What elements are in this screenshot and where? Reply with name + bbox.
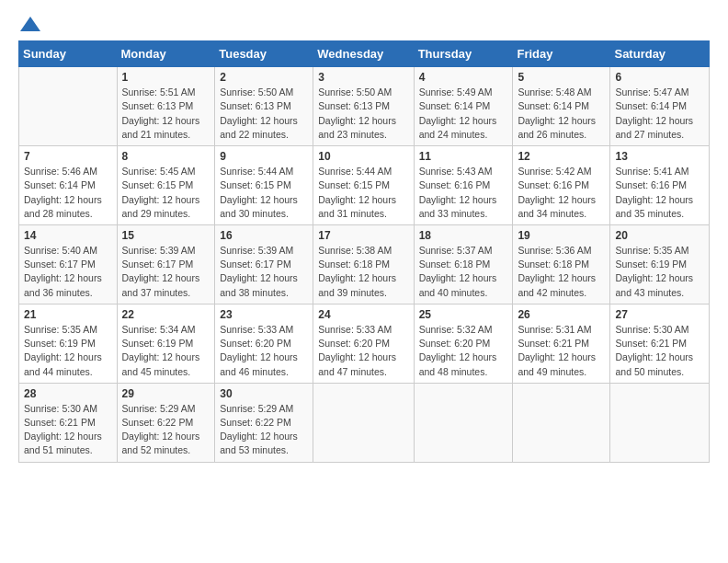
calendar-week-row: 14Sunrise: 5:40 AMSunset: 6:17 PMDayligh… bbox=[19, 225, 710, 304]
calendar-cell: 7Sunrise: 5:46 AMSunset: 6:14 PMDaylight… bbox=[19, 146, 118, 225]
day-info: Sunrise: 5:33 AMSunset: 6:20 PMDaylight:… bbox=[318, 323, 408, 379]
day-number: 27 bbox=[615, 308, 704, 321]
calendar-cell bbox=[610, 383, 710, 462]
day-number: 29 bbox=[122, 387, 210, 400]
calendar-cell: 29Sunrise: 5:29 AMSunset: 6:22 PMDayligh… bbox=[117, 383, 215, 462]
logo-icon bbox=[20, 15, 40, 33]
calendar-cell: 28Sunrise: 5:30 AMSunset: 6:21 PMDayligh… bbox=[19, 383, 118, 462]
calendar-table: SundayMondayTuesdayWednesdayThursdayFrid… bbox=[18, 40, 710, 462]
calendar-body: 1Sunrise: 5:51 AMSunset: 6:13 PMDaylight… bbox=[19, 67, 710, 462]
day-info: Sunrise: 5:44 AMSunset: 6:15 PMDaylight:… bbox=[318, 165, 408, 221]
day-number: 19 bbox=[518, 229, 605, 242]
day-number: 18 bbox=[419, 229, 508, 242]
calendar-cell: 19Sunrise: 5:36 AMSunset: 6:18 PMDayligh… bbox=[513, 225, 610, 304]
calendar-cell: 17Sunrise: 5:38 AMSunset: 6:18 PMDayligh… bbox=[313, 225, 414, 304]
calendar-header-row: SundayMondayTuesdayWednesdayThursdayFrid… bbox=[19, 41, 710, 67]
calendar-header-cell: Wednesday bbox=[313, 41, 414, 67]
day-info: Sunrise: 5:30 AMSunset: 6:21 PMDaylight:… bbox=[24, 402, 112, 458]
day-info: Sunrise: 5:43 AMSunset: 6:16 PMDaylight:… bbox=[419, 165, 508, 221]
day-number: 11 bbox=[419, 150, 508, 163]
day-info: Sunrise: 5:34 AMSunset: 6:19 PMDaylight:… bbox=[122, 323, 210, 379]
day-number: 16 bbox=[220, 229, 308, 242]
day-number: 14 bbox=[24, 229, 112, 242]
calendar-cell: 3Sunrise: 5:50 AMSunset: 6:13 PMDaylight… bbox=[313, 67, 414, 146]
day-info: Sunrise: 5:46 AMSunset: 6:14 PMDaylight:… bbox=[24, 165, 112, 221]
day-number: 30 bbox=[220, 387, 308, 400]
calendar-cell bbox=[414, 383, 513, 462]
calendar-cell: 2Sunrise: 5:50 AMSunset: 6:13 PMDaylight… bbox=[215, 67, 313, 146]
day-info: Sunrise: 5:39 AMSunset: 6:17 PMDaylight:… bbox=[220, 244, 308, 300]
day-info: Sunrise: 5:30 AMSunset: 6:21 PMDaylight:… bbox=[615, 323, 704, 379]
day-number: 17 bbox=[318, 229, 408, 242]
calendar-cell bbox=[513, 383, 610, 462]
calendar-header-cell: Saturday bbox=[610, 41, 710, 67]
day-info: Sunrise: 5:48 AMSunset: 6:14 PMDaylight:… bbox=[518, 86, 605, 142]
calendar-cell: 15Sunrise: 5:39 AMSunset: 6:17 PMDayligh… bbox=[117, 225, 215, 304]
day-info: Sunrise: 5:31 AMSunset: 6:21 PMDaylight:… bbox=[518, 323, 605, 379]
calendar-cell bbox=[19, 67, 118, 146]
day-number: 28 bbox=[24, 387, 112, 400]
calendar-cell: 1Sunrise: 5:51 AMSunset: 6:13 PMDaylight… bbox=[117, 67, 215, 146]
day-number: 12 bbox=[518, 150, 605, 163]
calendar-cell: 9Sunrise: 5:44 AMSunset: 6:15 PMDaylight… bbox=[215, 146, 313, 225]
calendar-header-cell: Monday bbox=[117, 41, 215, 67]
calendar-header-cell: Tuesday bbox=[215, 41, 313, 67]
day-number: 10 bbox=[318, 150, 408, 163]
day-number: 9 bbox=[220, 150, 308, 163]
calendar-cell: 23Sunrise: 5:33 AMSunset: 6:20 PMDayligh… bbox=[215, 304, 313, 383]
day-number: 3 bbox=[318, 71, 408, 84]
calendar-cell: 4Sunrise: 5:49 AMSunset: 6:14 PMDaylight… bbox=[414, 67, 513, 146]
day-info: Sunrise: 5:38 AMSunset: 6:18 PMDaylight:… bbox=[318, 244, 408, 300]
day-info: Sunrise: 5:35 AMSunset: 6:19 PMDaylight:… bbox=[24, 323, 112, 379]
calendar-cell: 24Sunrise: 5:33 AMSunset: 6:20 PMDayligh… bbox=[313, 304, 414, 383]
day-info: Sunrise: 5:50 AMSunset: 6:13 PMDaylight:… bbox=[220, 86, 308, 142]
logo bbox=[18, 15, 40, 33]
calendar-cell: 21Sunrise: 5:35 AMSunset: 6:19 PMDayligh… bbox=[19, 304, 118, 383]
calendar-header-cell: Friday bbox=[513, 41, 610, 67]
day-info: Sunrise: 5:41 AMSunset: 6:16 PMDaylight:… bbox=[615, 165, 704, 221]
calendar-week-row: 7Sunrise: 5:46 AMSunset: 6:14 PMDaylight… bbox=[19, 146, 710, 225]
svg-marker-0 bbox=[20, 17, 40, 31]
day-number: 23 bbox=[220, 308, 308, 321]
calendar-cell: 26Sunrise: 5:31 AMSunset: 6:21 PMDayligh… bbox=[513, 304, 610, 383]
calendar-cell: 25Sunrise: 5:32 AMSunset: 6:20 PMDayligh… bbox=[414, 304, 513, 383]
calendar-cell: 12Sunrise: 5:42 AMSunset: 6:16 PMDayligh… bbox=[513, 146, 610, 225]
day-info: Sunrise: 5:42 AMSunset: 6:16 PMDaylight:… bbox=[518, 165, 605, 221]
calendar-header-cell: Sunday bbox=[19, 41, 118, 67]
day-number: 13 bbox=[615, 150, 704, 163]
calendar-header-cell: Thursday bbox=[414, 41, 513, 67]
calendar-cell: 18Sunrise: 5:37 AMSunset: 6:18 PMDayligh… bbox=[414, 225, 513, 304]
calendar-cell: 6Sunrise: 5:47 AMSunset: 6:14 PMDaylight… bbox=[610, 67, 710, 146]
day-number: 5 bbox=[518, 71, 605, 84]
calendar-cell bbox=[313, 383, 414, 462]
day-info: Sunrise: 5:29 AMSunset: 6:22 PMDaylight:… bbox=[122, 402, 210, 458]
calendar-cell: 30Sunrise: 5:29 AMSunset: 6:22 PMDayligh… bbox=[215, 383, 313, 462]
day-info: Sunrise: 5:40 AMSunset: 6:17 PMDaylight:… bbox=[24, 244, 112, 300]
day-number: 2 bbox=[220, 71, 308, 84]
day-number: 8 bbox=[122, 150, 210, 163]
calendar-cell: 22Sunrise: 5:34 AMSunset: 6:19 PMDayligh… bbox=[117, 304, 215, 383]
day-info: Sunrise: 5:32 AMSunset: 6:20 PMDaylight:… bbox=[419, 323, 508, 379]
calendar-week-row: 28Sunrise: 5:30 AMSunset: 6:21 PMDayligh… bbox=[19, 383, 710, 462]
day-number: 26 bbox=[518, 308, 605, 321]
page: SundayMondayTuesdayWednesdayThursdayFrid… bbox=[0, 0, 728, 477]
day-number: 22 bbox=[122, 308, 210, 321]
day-info: Sunrise: 5:37 AMSunset: 6:18 PMDaylight:… bbox=[419, 244, 508, 300]
day-number: 21 bbox=[24, 308, 112, 321]
day-number: 15 bbox=[122, 229, 210, 242]
day-number: 24 bbox=[318, 308, 408, 321]
header bbox=[18, 15, 710, 33]
day-number: 7 bbox=[24, 150, 112, 163]
calendar-cell: 27Sunrise: 5:30 AMSunset: 6:21 PMDayligh… bbox=[610, 304, 710, 383]
day-number: 25 bbox=[419, 308, 508, 321]
day-info: Sunrise: 5:51 AMSunset: 6:13 PMDaylight:… bbox=[122, 86, 210, 142]
calendar-cell: 16Sunrise: 5:39 AMSunset: 6:17 PMDayligh… bbox=[215, 225, 313, 304]
calendar-cell: 5Sunrise: 5:48 AMSunset: 6:14 PMDaylight… bbox=[513, 67, 610, 146]
day-info: Sunrise: 5:47 AMSunset: 6:14 PMDaylight:… bbox=[615, 86, 704, 142]
calendar-week-row: 21Sunrise: 5:35 AMSunset: 6:19 PMDayligh… bbox=[19, 304, 710, 383]
day-number: 1 bbox=[122, 71, 210, 84]
calendar-cell: 8Sunrise: 5:45 AMSunset: 6:15 PMDaylight… bbox=[117, 146, 215, 225]
logo-text bbox=[18, 15, 40, 33]
day-number: 4 bbox=[419, 71, 508, 84]
day-info: Sunrise: 5:45 AMSunset: 6:15 PMDaylight:… bbox=[122, 165, 210, 221]
